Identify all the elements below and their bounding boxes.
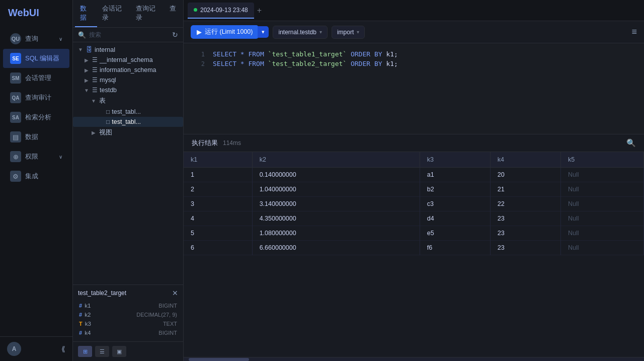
schema-selector-arrow: ▾: [357, 29, 359, 35]
chevron-right-icon-3: ▶: [83, 78, 90, 83]
field-k4-type: BIGINT: [158, 330, 177, 336]
db-selector-label: internal.testdb: [278, 29, 316, 36]
table-icon-2: □: [106, 118, 110, 125]
tree-node-internal-schema-label: __internal_schema: [100, 56, 153, 63]
cell-k4: 22: [490, 197, 560, 211]
tree-node-internal[interactable]: ▼ 🗄 internal: [73, 44, 183, 55]
table-row: 10.140000000a120Null: [184, 168, 644, 182]
tab-extra[interactable]: 查: [165, 0, 181, 27]
schema-icon-3: ☰: [92, 77, 98, 84]
tree-tabs: 数据 会话记录 查询记录 查: [73, 0, 183, 28]
cell-k4: 23: [490, 211, 560, 226]
sidebar-item-data[interactable]: ▤ 数据: [3, 127, 69, 147]
table-row: 33.140000000c322Null: [184, 197, 644, 211]
sidebar-item-permissions-label: 权限: [25, 152, 38, 161]
sidebar-collapse-button[interactable]: ⟪: [61, 345, 65, 353]
tree-node-testdb[interactable]: ▼ ☰ testdb: [73, 85, 183, 95]
table-row: 66.660000000f623Null: [184, 241, 644, 255]
field-k3-icon: T: [79, 321, 83, 327]
field-k1-name: k1: [85, 303, 91, 309]
view-grid-button[interactable]: ⊞: [78, 346, 92, 357]
sidebar-item-session[interactable]: SM 会话管理: [3, 68, 69, 88]
tree-node-information-schema[interactable]: ▶ ☰ information_schema: [73, 65, 183, 75]
line-num-2: 2: [190, 60, 205, 67]
schema-selector[interactable]: import ▾: [332, 26, 365, 39]
search-analysis-icon: SA: [10, 112, 21, 123]
code-line-1: 1 SELECT * FROM `test_table1_target` ORD…: [184, 49, 644, 59]
sidebar-item-sql-label: SQL 编辑器: [25, 54, 59, 63]
toolbar-menu-button[interactable]: ≡: [631, 27, 637, 37]
cell-k1: 2: [184, 182, 252, 197]
code-line-2: 2 SELECT * FROM `test_table2_target` ORD…: [184, 59, 644, 68]
tree-node-internal-schema[interactable]: ▶ ☰ __internal_schema: [73, 55, 183, 65]
col-header-k4: k4: [490, 152, 560, 168]
tab-status-dot: [194, 8, 197, 12]
sidebar-bottom: A ⟪: [0, 336, 72, 361]
cell-k4: 23: [490, 226, 560, 241]
results-search-button[interactable]: 🔍: [626, 138, 636, 148]
tree-node-test-table2-label: test_tabl...: [112, 118, 141, 125]
refresh-button[interactable]: ↻: [172, 31, 178, 39]
code-editor[interactable]: 1 SELECT * FROM `test_table1_target` ORD…: [184, 43, 644, 134]
sql-editor-icon: SE: [10, 53, 21, 64]
view-block-button[interactable]: ▣: [112, 346, 126, 357]
tab-query-log[interactable]: 查询记录: [131, 0, 165, 27]
db-selector-arrow: ▾: [319, 29, 322, 35]
cell-k4: 23: [490, 241, 560, 255]
results-panel: 执行结果 114ms 🔍 k1 k2 k3 k4 k5 10.140000000…: [184, 134, 644, 361]
cell-k2: 1.040000000: [252, 182, 420, 197]
tree-node-views-group[interactable]: ▶ 视图: [73, 127, 183, 138]
app-logo: WebUI: [0, 0, 72, 26]
db-icon: 🗄: [86, 46, 93, 53]
tree-node-test-table2[interactable]: □ test_tabl...: [73, 117, 183, 127]
cell-k2: 4.350000000: [252, 211, 420, 226]
chevron-right-icon-views: ▶: [90, 130, 97, 135]
sidebar-item-query-label: 查询: [25, 34, 38, 43]
field-row-k1: # k1 BIGINT: [78, 301, 178, 310]
field-k2-icon: #: [79, 312, 82, 318]
query-tab-active[interactable]: 2024-09-13 23:48: [188, 3, 254, 19]
view-list-button[interactable]: ☰: [95, 346, 109, 357]
sidebar-item-sql-editor[interactable]: SE SQL 编辑器: [3, 49, 69, 68]
table-info-close-button[interactable]: ✕: [172, 289, 178, 297]
table-info-header: test_table2_target ✕: [78, 289, 178, 297]
field-k1-type: BIGINT: [158, 303, 177, 309]
cell-k5: Null: [560, 168, 643, 182]
views-group-label: 视图: [99, 128, 112, 137]
col-header-k3: k3: [420, 152, 490, 168]
sidebar-item-permissions[interactable]: ⊕ 权限 ∨: [3, 147, 69, 166]
results-title: 执行结果: [192, 138, 218, 148]
cell-k2: 0.140000000: [252, 168, 420, 182]
run-button[interactable]: ▶ 运行 (Limit 1000): [191, 25, 259, 39]
sidebar-item-search-analysis[interactable]: SA 检索分析: [3, 108, 69, 127]
field-row-k4: # k4 BIGINT: [78, 328, 178, 337]
add-tab-button[interactable]: +: [257, 6, 262, 15]
tab-data[interactable]: 数据: [75, 0, 97, 27]
cell-k3: c3: [420, 197, 490, 211]
tab-session-log[interactable]: 会话记录: [97, 0, 131, 27]
run-dropdown-button[interactable]: ▾: [258, 26, 269, 38]
sidebar-item-audit[interactable]: QA 查询审计: [3, 88, 69, 107]
cell-k5: Null: [560, 211, 643, 226]
sidebar-item-query[interactable]: QU 查询 ∨: [3, 29, 69, 48]
tree-node-mysql[interactable]: ▶ ☰ mysql: [73, 75, 183, 85]
db-selector[interactable]: internal.testdb ▾: [273, 26, 327, 39]
cell-k1: 5: [184, 226, 252, 241]
schema-selector-label: import: [337, 29, 354, 36]
table-row: 21.040000000b221Null: [184, 182, 644, 197]
search-input[interactable]: [89, 31, 169, 38]
run-icon: ▶: [197, 28, 202, 36]
tree-node-tables-group[interactable]: ▼ 表: [73, 95, 183, 107]
table-info-title: test_table2_target: [78, 290, 126, 297]
sidebar-item-search-label: 检索分析: [25, 113, 51, 122]
sidebar-item-integrate[interactable]: ⚙ 集成: [3, 167, 69, 186]
cell-k3: f6: [420, 241, 490, 255]
editor-toolbar: ▶ 运行 (Limit 1000) ▾ internal.testdb ▾ im…: [184, 21, 644, 43]
field-k2-type: DECIMAL(27, 9): [136, 312, 177, 318]
tree-search-bar: 🔍 ↻: [73, 28, 183, 42]
cell-k4: 21: [490, 182, 560, 197]
tree-node-test-table1[interactable]: □ test_tabl...: [73, 107, 183, 117]
user-avatar[interactable]: A: [7, 342, 21, 356]
sidebar-item-audit-label: 查询审计: [25, 93, 51, 102]
horizontal-scrollbar[interactable]: [184, 357, 644, 361]
